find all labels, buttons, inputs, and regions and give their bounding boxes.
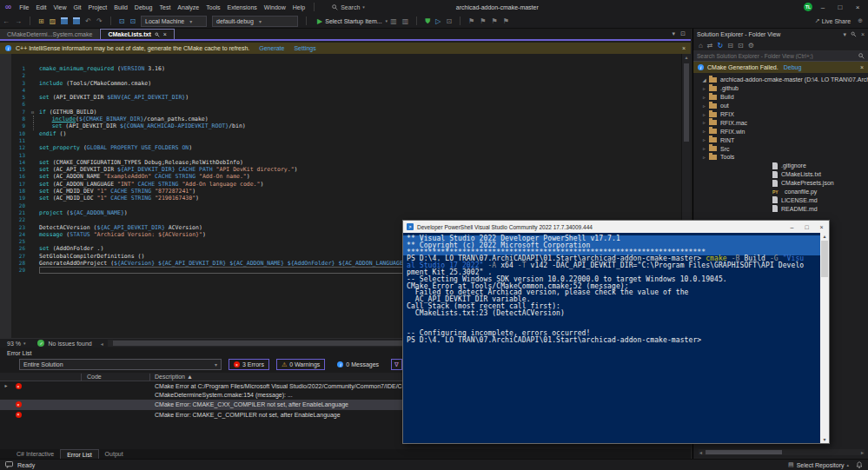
scroll-up-icon[interactable]: ▴ [682,54,691,62]
solution-search-box[interactable] [693,51,868,62]
tree-expand-icon[interactable]: ▹ [699,103,709,109]
code-line[interactable]: 15set (AC_API_DEVKIT_DIR ${API_DEVKIT_DI… [0,166,691,173]
generate-link[interactable]: Generate [259,45,284,51]
navigate-back-icon[interactable]: ← [0,15,12,28]
avatar[interactable]: TL [804,3,812,11]
code-line[interactable]: 10endif () [0,130,691,137]
close-icon[interactable]: × [861,31,865,37]
close-icon[interactable]: × [163,31,167,37]
fold-marker[interactable]: ⊟ [31,109,39,116]
close-icon[interactable]: × [682,45,686,51]
search-box[interactable]: Search ▾ [332,4,365,10]
code-line[interactable]: 11 [0,137,691,144]
code-line[interactable]: 3include (Tools/CMakeCommon.cmake) [0,80,691,87]
scope-dropdown[interactable]: Entire Solution ▾ [19,359,222,370]
menu-debug[interactable]: Debug [131,4,156,10]
explorer-horizontal-scrollbar[interactable]: ◂ ▸ [699,449,865,455]
pin-icon[interactable] [851,31,857,37]
show-all-files-icon[interactable]: ⊡ [738,42,744,50]
scroll-down-icon[interactable]: ▾ [820,436,829,443]
switch-views-icon[interactable]: ⇄ [707,42,713,50]
run-tests-shield-icon[interactable]: ⛊ [422,15,433,28]
menu-git[interactable]: Git [70,4,85,10]
close-button[interactable]: × [814,224,829,230]
scrollbar-thumb[interactable] [113,341,417,346]
menu-edit[interactable]: Edit [32,4,50,10]
menu-test[interactable]: Test [156,4,175,10]
debug-link[interactable]: Debug [784,64,802,70]
refresh-icon[interactable]: ↻ [718,42,724,50]
save-icon[interactable] [61,17,68,24]
step-into-icon[interactable]: ▷ [433,15,443,28]
tab-list-dropdown-icon[interactable]: ▾ [673,30,676,37]
configuration-dropdown[interactable]: default-debug ▾ [212,16,298,27]
code-line[interactable]: 12set_property (GLOBAL PROPERTY USE_FOLD… [0,144,691,151]
tree-expand-icon[interactable]: ▹ [699,86,709,91]
menu-extensions[interactable]: Extensions [224,4,261,10]
home-icon[interactable]: ⌂ [699,42,703,50]
properties-icon[interactable]: ⚙ [748,42,754,50]
code-line[interactable]: 6 [0,101,691,108]
step-over-icon[interactable]: ⊡ [443,15,454,28]
panel-tab-output[interactable]: Output [99,449,129,459]
tree-expand-icon[interactable]: ▹ [699,137,709,142]
notifications-bell-icon[interactable] [856,461,863,469]
close-icon[interactable]: × [860,64,864,70]
tree-expand-icon[interactable]: ▹ [699,129,709,134]
navigate-forward-icon[interactable]: → [12,15,24,28]
performance-chart-icon[interactable]: ▥ [388,15,400,28]
tree-item-gitignore[interactable]: .gitignore [693,162,868,170]
code-line[interactable]: 20 [0,202,691,209]
filter-button[interactable]: ∇ [391,359,402,370]
bookmark-icon[interactable]: ⚑ [466,15,477,28]
tree-item-src[interactable]: ▹Src [693,144,868,153]
maximize-button[interactable]: □ [833,3,847,11]
code-line[interactable]: 16set (AC_ADDON_NAME "ExampleAddOn" CACH… [0,173,691,180]
tree-collapse-icon[interactable]: ◢ [699,77,709,83]
tree-item-rfix[interactable]: ▹RFIX [693,110,868,119]
tree-item-tools[interactable]: ▹Tools [693,153,868,162]
code-line[interactable]: 13 [0,152,691,159]
save-all-icon[interactable] [73,17,80,24]
tree-item-rfix-win[interactable]: ▹RFIX.win [693,127,868,136]
tree-item-archicad-addon-cmake-master-d-4-lo-tran-07-archicad[interactable]: ◢archicad-addon-cmake-master (D:\4. LO T… [693,76,868,84]
code-line[interactable]: 9 set (API_DEVKIT_DIR ${CONAN_ARCHICAD-A… [0,122,691,129]
menu-file[interactable]: File [16,4,32,10]
description-column-header[interactable]: Description ▲ [155,374,193,380]
window-layout-icon[interactable]: ⊡ [116,15,128,28]
tree-item-cmakepresets-json[interactable]: CMakePresets.json [693,179,868,188]
minimize-button[interactable]: – [785,224,799,230]
live-share-button[interactable]: ↗ Live Share ⊕ [815,17,868,24]
code-line[interactable]: 1cmake_minimum_required (VERSION 3.16) [0,65,691,72]
terminal-output[interactable]: ** Visual Studio 2022 Developer PowerShe… [403,233,820,443]
code-line[interactable]: 18set (AC_MDID_DEV "1" CACHE STRING "877… [0,188,691,195]
menu-tools[interactable]: Tools [202,4,223,10]
tree-expand-icon[interactable]: ▹ [699,95,709,100]
tab-cmakelists-txt[interactable]: CMakeLists.txt× [100,29,175,39]
float-window-icon[interactable]: ⊡ [680,30,686,37]
redo-icon[interactable]: ↷ [94,15,105,28]
code-line[interactable]: 2 [0,72,691,79]
undo-icon[interactable]: ↶ [83,15,94,28]
tree-item-license-md[interactable]: LICENSE.md [693,195,868,204]
terminal-scrollbar[interactable]: ▴ ▾ [820,233,829,443]
powershell-title-bar[interactable]: > Developer PowerShell Visual Studio Com… [403,221,829,233]
panel-tab-error-list[interactable]: Error List [60,449,98,459]
scroll-up-icon[interactable]: ▴ [820,233,829,240]
pin-icon[interactable] [155,32,160,37]
code-line[interactable]: 8 include(${CMAKE_BINARY_DIR}/conan_path… [0,116,691,122]
code-line[interactable]: 5set (API_DEVKIT_DIR $ENV{AC_API_DEVKIT_… [0,94,691,101]
code-line[interactable]: 17set (AC_ADDON_LANGUAGE "INT" CACHE STR… [0,181,691,188]
tree-expand-icon[interactable]: ▹ [699,146,709,151]
tree-item-github[interactable]: ▹.github [693,84,868,93]
tree-item-out[interactable]: ▹out [693,102,868,110]
new-project-icon[interactable]: ⊞ [36,15,47,28]
tree-item-rint[interactable]: ▹RINT [693,136,868,144]
tree-item-readme-md[interactable]: README.md [693,204,868,213]
menu-build[interactable]: Build [110,4,131,10]
code-line[interactable]: 14set (CMAKE_CONFIGURATION_TYPES Debug;R… [0,159,691,166]
code-line[interactable]: 19set (AC_MDID_LOC "1" CACHE STRING "219… [0,195,691,202]
bookmark-icon[interactable]: ⚑ [488,15,500,28]
expand-chevron-icon[interactable]: ▸ [0,382,12,388]
menu-view[interactable]: View [50,4,70,10]
